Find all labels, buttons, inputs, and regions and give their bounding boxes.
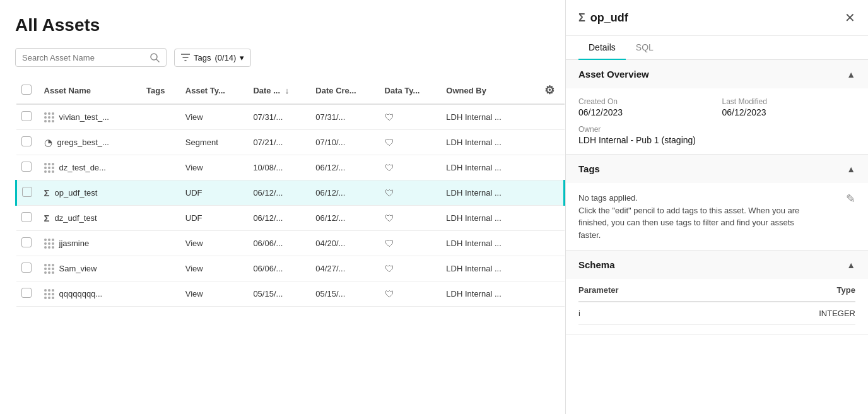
row-asset-name: ◔gregs_best_... (39, 130, 142, 155)
row-asset-type: View (180, 256, 249, 281)
row-checkbox[interactable] (21, 288, 32, 298)
row-checkbox[interactable] (21, 111, 32, 121)
tags-chevron-up-icon: ▲ (847, 164, 855, 174)
row-tags (141, 104, 180, 130)
row-date-cre: 04/20/... (310, 231, 379, 256)
close-button[interactable]: ✕ (845, 10, 855, 25)
chevron-up-icon: ▲ (847, 69, 855, 80)
schema-section-header[interactable]: Schema ▲ (566, 251, 868, 279)
row-date-mod: 06/12/... (248, 180, 310, 206)
row-date-mod: 06/12/... (248, 206, 310, 231)
edit-tags-icon[interactable]: ✎ (846, 192, 855, 206)
row-date-cre: 07/31/... (310, 104, 379, 130)
row-owned-by: LDH Internal ... (441, 231, 530, 256)
table-row[interactable]: Sam_view View 06/06/... 04/27/... 🛡 LDH … (16, 256, 565, 281)
tab-details[interactable]: Details (578, 36, 626, 60)
row-data-type: 🛡 (380, 206, 442, 231)
schema-row: iINTEGER (578, 302, 855, 325)
col-asset-name: Asset Name (39, 77, 142, 104)
tab-sql[interactable]: SQL (626, 36, 664, 60)
row-asset-type: UDF (180, 206, 249, 231)
asset-overview-header[interactable]: Asset Overview ▲ (566, 60, 868, 88)
row-action (530, 206, 564, 231)
tags-section: Tags ▲ No tags applied.Click the "edit" … (566, 155, 868, 251)
settings-icon[interactable]: ⚙ (544, 83, 554, 97)
row-checkbox[interactable] (21, 136, 32, 146)
row-data-type: 🛡 (380, 256, 442, 281)
col-date-mod[interactable]: Date ... ↓ (248, 77, 310, 104)
schema-section: Schema ▲ Parameter Type iINTEGER (566, 251, 868, 334)
row-tags (141, 281, 180, 307)
row-checkbox[interactable] (21, 237, 32, 247)
row-asset-name: Σop_udf_test (39, 180, 142, 206)
select-all-checkbox-col (16, 77, 39, 104)
last-modified-label: Last Modified (722, 97, 856, 106)
row-data-type: 🛡 (380, 155, 442, 180)
row-owned-by: LDH Internal ... (441, 130, 530, 155)
row-action (530, 104, 564, 130)
row-tags (141, 206, 180, 231)
search-input[interactable] (22, 53, 144, 62)
row-asset-name: qqqqqqqq... (39, 281, 142, 307)
table-row[interactable]: qqqqqqqq... View 05/15/... 05/15/... 🛡 L… (16, 281, 565, 307)
asset-overview-title: Asset Overview (578, 69, 649, 80)
row-asset-name: Σdz_udf_test (39, 206, 142, 231)
row-date-cre: 06/12/... (310, 180, 379, 206)
col-date-cre: Date Cre... (310, 77, 379, 104)
schema-table: Parameter Type iINTEGER (578, 279, 855, 325)
table-row[interactable]: Σop_udf_test UDF 06/12/... 06/12/... 🛡 L… (16, 180, 565, 206)
row-owned-by: LDH Internal ... (441, 155, 530, 180)
assets-table-container: Asset Name Tags Asset Ty... Date ... ↓ D… (15, 77, 565, 414)
schema-type: INTEGER (724, 302, 855, 325)
no-tags-text: No tags applied.Click the "edit" pencil … (578, 192, 806, 241)
col-data-type: Data Ty... (380, 77, 442, 104)
row-checkbox-cell (16, 256, 39, 281)
table-row[interactable]: dz_test_de... View 10/08/... 06/12/... 🛡… (16, 155, 565, 180)
table-row[interactable]: Σdz_udf_test UDF 06/12/... 06/12/... 🛡 L… (16, 206, 565, 231)
row-date-cre: 06/12/... (310, 155, 379, 180)
tags-section-header[interactable]: Tags ▲ (566, 155, 868, 183)
shield-icon: 🛡 (385, 162, 394, 173)
assets-table: Asset Name Tags Asset Ty... Date ... ↓ D… (15, 77, 565, 307)
row-data-type: 🛡 (380, 130, 442, 155)
row-checkbox[interactable] (21, 263, 32, 273)
owner-value: LDH Internal - Pub 1 (staging) (578, 135, 696, 145)
table-row[interactable]: jjasmine View 06/06/... 04/20/... 🛡 LDH … (16, 231, 565, 256)
row-date-mod: 06/06/... (248, 256, 310, 281)
table-row[interactable]: ◔gregs_best_... Segment 07/21/... 07/10/… (16, 130, 565, 155)
grid-icon (44, 112, 54, 122)
tags-count: (0/14) (214, 53, 236, 62)
tags-filter-button[interactable]: Tags (0/14) ▾ (174, 49, 251, 67)
tags-section-title: Tags (578, 163, 600, 174)
shield-icon: 🛡 (385, 263, 394, 274)
row-checkbox-cell (16, 130, 39, 155)
owner-item: Owner LDH Internal - Pub 1 (staging) (578, 125, 855, 145)
table-row[interactable]: vivian_test_... View 07/31/... 07/31/...… (16, 104, 565, 130)
select-all-checkbox[interactable] (21, 85, 32, 95)
row-data-type: 🛡 (380, 104, 442, 130)
detail-panel: Σ op_udf ✕ Details SQL Asset Overview ▲ … (565, 0, 868, 414)
panel-title-text: op_udf (590, 11, 628, 25)
row-tags (141, 155, 180, 180)
created-on-label: Created On (578, 97, 712, 106)
row-checkbox-cell (16, 281, 39, 307)
row-checkbox[interactable] (21, 162, 32, 172)
row-date-mod: 10/08/... (248, 155, 310, 180)
row-asset-type: View (180, 281, 249, 307)
row-date-mod: 07/31/... (248, 104, 310, 130)
row-asset-name: Sam_view (39, 256, 142, 281)
row-checkbox-cell (16, 206, 39, 231)
panel-header: Σ op_udf ✕ (566, 0, 868, 36)
row-date-mod: 06/06/... (248, 231, 310, 256)
asset-overview-section: Asset Overview ▲ Created On 06/12/2023 L… (566, 60, 868, 155)
grid-icon (44, 239, 54, 249)
row-checkbox[interactable] (22, 187, 32, 197)
grid-icon (44, 163, 54, 173)
row-asset-type: Segment (180, 130, 249, 155)
row-action (530, 180, 564, 206)
row-checkbox[interactable] (21, 212, 32, 222)
row-action (530, 231, 564, 256)
shield-icon: 🛡 (385, 213, 394, 223)
shield-icon: 🛡 (385, 137, 394, 148)
grid-icon (44, 264, 54, 274)
